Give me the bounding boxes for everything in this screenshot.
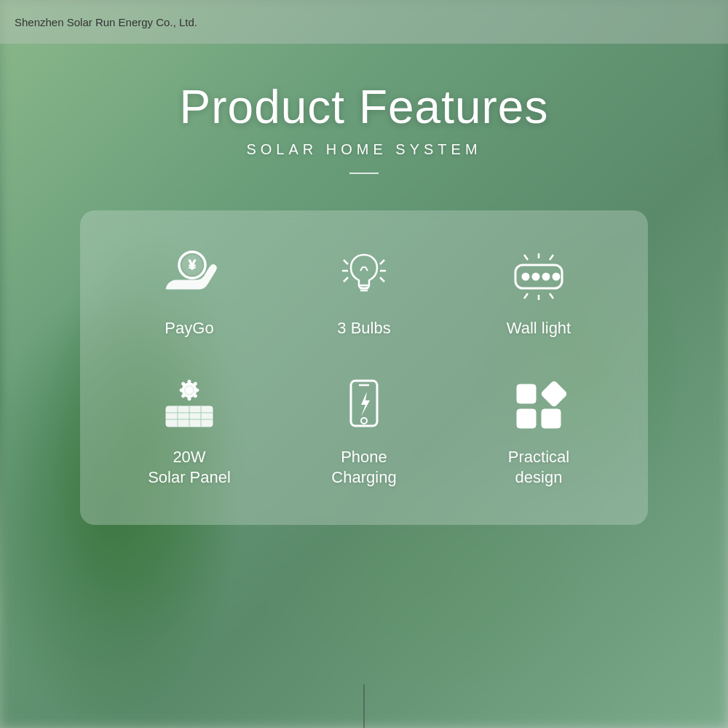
svg-rect-27 (180, 389, 183, 392)
phone-charging-icon (331, 376, 397, 434)
svg-rect-45 (542, 409, 561, 428)
paygo-label: PayGo (165, 318, 213, 339)
svg-rect-43 (541, 381, 568, 408)
sub-title: SOLAR HOME SYSTEM (246, 141, 481, 158)
divider (349, 173, 379, 174)
paygo-icon: ¥ (157, 247, 222, 305)
solar-panel-icon (157, 376, 222, 434)
practical-design-label: Practical design (508, 447, 569, 488)
svg-line-22 (550, 293, 553, 298)
svg-line-4 (344, 260, 348, 264)
svg-point-13 (523, 274, 529, 280)
svg-point-14 (533, 274, 539, 280)
svg-line-17 (524, 255, 528, 260)
svg-line-5 (344, 277, 348, 282)
wall-light-label: Wall light (507, 318, 571, 339)
company-name: Shenzhen Solar Run Energy Co., Ltd. (15, 16, 197, 28)
svg-point-15 (543, 274, 549, 280)
svg-point-16 (553, 274, 559, 280)
svg-rect-25 (188, 380, 191, 384)
svg-text:¥: ¥ (189, 258, 196, 272)
main-content: Product Features SOLAR HOME SYSTEM ¥ Pay… (0, 44, 728, 728)
phone-charging-label: Phone Charging (331, 447, 396, 488)
practical-design-icon (506, 376, 571, 434)
features-card: ¥ PayGo (80, 210, 648, 525)
svg-rect-42 (517, 384, 536, 403)
feature-paygo: ¥ PayGo (109, 247, 269, 339)
svg-line-7 (380, 260, 384, 264)
wall-light-icon (506, 247, 571, 305)
svg-line-19 (550, 255, 553, 260)
top-bar: Shenzhen Solar Run Energy Co., Ltd. (0, 0, 728, 44)
bulbs-label: 3 Bulbs (337, 318, 390, 339)
feature-wall-light: Wall light (459, 247, 619, 339)
svg-rect-26 (188, 397, 191, 400)
feature-bulbs: 3 Bulbs (284, 247, 444, 339)
svg-line-20 (524, 293, 528, 298)
feature-solar-panel: 20W Solar Panel (109, 376, 269, 488)
feature-practical-design: Practical design (459, 376, 619, 488)
solar-panel-label: 20W Solar Panel (148, 447, 231, 488)
main-title: Product Features (180, 80, 549, 134)
svg-point-41 (361, 418, 367, 424)
svg-rect-28 (195, 389, 199, 392)
svg-rect-44 (517, 409, 536, 428)
bulb-icon (331, 247, 397, 305)
feature-phone-charging: Phone Charging (284, 376, 444, 488)
svg-line-8 (380, 277, 384, 282)
